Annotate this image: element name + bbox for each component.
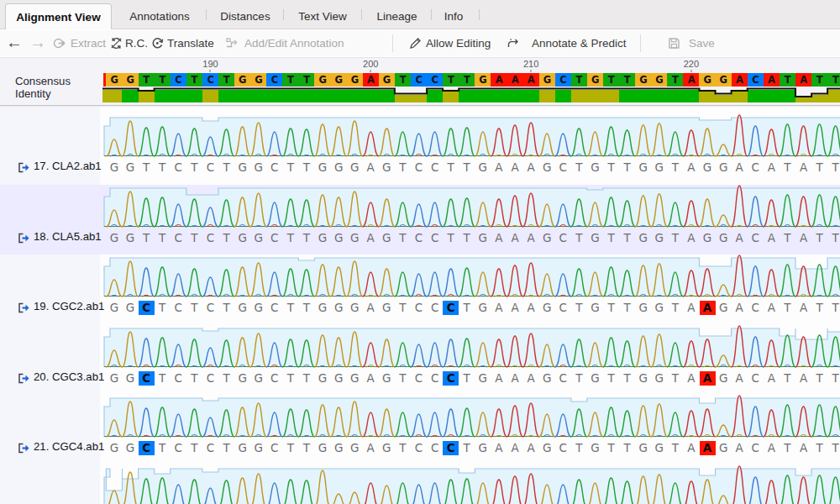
base-letter[interactable]: G: [379, 371, 395, 386]
base-letter[interactable]: T: [667, 231, 683, 245]
sequence-letters[interactable]: GGCTCTCTGGCTTGGGAGTCCCTGAAAGCTGTTGGTAAGA…: [102, 441, 840, 455]
mismatch-base[interactable]: C: [139, 371, 155, 386]
base-letter[interactable]: G: [331, 160, 347, 175]
base-letter[interactable]: C: [748, 301, 764, 315]
base-letter[interactable]: A: [523, 160, 539, 175]
base-letter[interactable]: C: [555, 301, 571, 315]
base-letter[interactable]: C: [411, 231, 427, 245]
base-letter[interactable]: A: [764, 371, 780, 386]
base-letter[interactable]: A: [491, 301, 507, 315]
base-letter[interactable]: A: [523, 441, 539, 455]
base-letter[interactable]: G: [379, 160, 395, 175]
base-letter[interactable]: C: [171, 301, 186, 315]
base-letter[interactable]: T: [827, 371, 840, 386]
base-letter[interactable]: G: [587, 160, 603, 175]
base-letter[interactable]: G: [106, 301, 122, 315]
base-letter[interactable]: G: [347, 301, 363, 315]
tab-alignment-view[interactable]: Alignment View: [5, 3, 112, 29]
base-letter[interactable]: G: [106, 160, 122, 175]
base-letter[interactable]: T: [459, 231, 475, 245]
base-letter[interactable]: T: [186, 301, 202, 315]
base-letter[interactable]: G: [539, 441, 555, 455]
mismatch-base[interactable]: C: [139, 301, 155, 315]
base-letter[interactable]: T: [298, 371, 314, 386]
r-c--button[interactable]: R.C.: [125, 30, 148, 56]
base-letter[interactable]: C: [748, 441, 764, 455]
tab-text-view[interactable]: Text View: [289, 4, 356, 29]
base-letter[interactable]: T: [667, 160, 683, 175]
base-letter[interactable]: G: [716, 441, 732, 455]
allow-editing-button[interactable]: Allow Editing: [426, 30, 491, 56]
annotate-predict-button[interactable]: Annotate & Predict: [532, 30, 627, 56]
base-letter[interactable]: T: [811, 441, 827, 455]
base-letter[interactable]: G: [587, 441, 603, 455]
base-letter[interactable]: G: [475, 441, 491, 455]
tab-annotations[interactable]: Annotations: [126, 4, 193, 29]
base-letter[interactable]: C: [427, 441, 443, 455]
base-letter[interactable]: G: [635, 160, 651, 175]
base-letter[interactable]: T: [459, 301, 475, 315]
base-letter[interactable]: A: [732, 441, 748, 455]
base-letter[interactable]: A: [491, 371, 507, 386]
chromatogram-panel[interactable]: [102, 465, 840, 504]
base-letter[interactable]: A: [507, 371, 523, 386]
base-letter[interactable]: C: [202, 231, 218, 245]
base-letter[interactable]: T: [667, 441, 683, 455]
base-letter[interactable]: A: [732, 160, 748, 175]
base-letter[interactable]: C: [411, 301, 427, 315]
base-letter[interactable]: C: [202, 301, 218, 315]
base-letter[interactable]: G: [651, 301, 667, 315]
base-letter[interactable]: T: [155, 301, 171, 315]
base-letter[interactable]: G: [716, 301, 732, 315]
base-letter[interactable]: G: [379, 301, 395, 315]
save-button[interactable]: Save: [689, 30, 715, 56]
base-letter[interactable]: T: [827, 301, 840, 315]
base-letter[interactable]: T: [459, 371, 475, 386]
base-letter[interactable]: T: [667, 371, 683, 386]
base-letter[interactable]: A: [732, 301, 748, 315]
sequence-row-label[interactable]: 18. CLA5.ab1: [34, 230, 102, 243]
mismatch-base[interactable]: A: [700, 371, 716, 386]
base-letter[interactable]: C: [266, 160, 282, 175]
base-letter[interactable]: A: [491, 231, 507, 245]
base-letter[interactable]: T: [780, 301, 795, 315]
base-letter[interactable]: T: [186, 160, 202, 175]
base-letter[interactable]: C: [266, 231, 282, 245]
base-letter[interactable]: C: [266, 371, 282, 386]
base-letter[interactable]: A: [764, 160, 780, 175]
sequence-row-label[interactable]: 19. CGC2.ab1: [34, 300, 104, 312]
base-letter[interactable]: G: [539, 160, 555, 175]
base-letter[interactable]: T: [443, 231, 459, 245]
base-letter[interactable]: C: [427, 301, 443, 315]
base-letter[interactable]: T: [395, 160, 411, 175]
base-letter[interactable]: A: [683, 301, 699, 315]
base-letter[interactable]: G: [716, 231, 732, 245]
tab-lineage[interactable]: Lineage: [363, 4, 431, 29]
base-letter[interactable]: G: [123, 371, 139, 386]
base-letter[interactable]: G: [587, 231, 603, 245]
mismatch-base[interactable]: C: [443, 371, 459, 386]
base-letter[interactable]: C: [555, 160, 571, 175]
base-letter[interactable]: A: [795, 301, 811, 315]
base-letter[interactable]: G: [475, 231, 491, 245]
base-letter[interactable]: T: [603, 301, 619, 315]
base-letter[interactable]: T: [155, 371, 171, 386]
base-letter[interactable]: T: [186, 441, 202, 455]
base-letter[interactable]: A: [683, 160, 699, 175]
base-letter[interactable]: A: [764, 231, 780, 245]
base-letter[interactable]: T: [395, 301, 411, 315]
base-letter[interactable]: C: [555, 371, 571, 386]
sequence-letters[interactable]: GGTTCTCTGGCTTGGGAGTCCTTGAAAGCTGTTGGTAGGA…: [102, 231, 840, 245]
base-letter[interactable]: G: [651, 441, 667, 455]
base-letter[interactable]: T: [218, 301, 234, 315]
base-letter[interactable]: T: [571, 160, 587, 175]
base-letter[interactable]: G: [106, 441, 122, 455]
base-letter[interactable]: G: [475, 160, 491, 175]
base-letter[interactable]: T: [811, 301, 827, 315]
base-letter[interactable]: G: [716, 160, 732, 175]
mismatch-base[interactable]: A: [700, 441, 716, 455]
base-letter[interactable]: G: [234, 301, 250, 315]
base-letter[interactable]: C: [427, 371, 443, 386]
base-letter[interactable]: A: [764, 301, 780, 315]
base-letter[interactable]: A: [683, 441, 699, 455]
